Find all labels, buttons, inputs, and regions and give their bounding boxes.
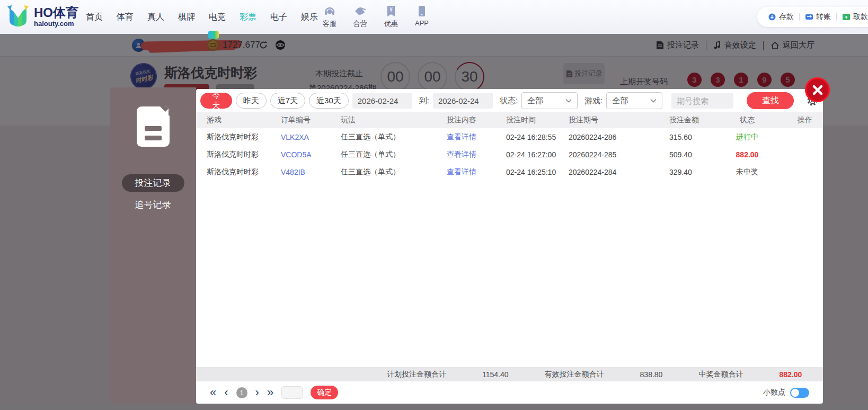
col-game: 游戏 [207,115,281,125]
table-row: 斯洛伐克时时彩 V482IB 任三直选（单式） 查看详情 02-24 16:25… [196,163,823,181]
close-modal-button[interactable] [805,77,830,102]
headset-icon [323,4,336,18]
col-issue: 投注期号 [569,115,666,125]
transfer-label: 转账 [816,12,831,22]
cell-time: 02-24 16:28:55 [506,133,569,141]
close-icon [812,84,823,96]
view-detail-link[interactable]: 查看详情 [447,150,506,159]
current-page-badge[interactable]: 1 [236,387,247,398]
partner-button[interactable]: 合营 [349,4,372,29]
handshake-icon [353,4,367,18]
deposit-label: 存款 [779,12,794,22]
lottery-nav-indicator [208,31,219,39]
logo-domain: haiouty.com [34,20,78,28]
customer-service-button[interactable]: 客服 [318,4,341,29]
game-label: 游戏: [584,96,603,106]
order-link[interactable]: V482IB [281,168,341,176]
win-total-value: 882.00 [779,370,802,379]
last-page-button[interactable]: » [267,387,273,398]
deposit-button[interactable]: 存款 [768,12,794,22]
date-to-input[interactable] [433,93,493,109]
view-detail-link[interactable]: 查看详情 [447,132,506,142]
col-action: 操作 [770,115,812,125]
chevron-down-icon [565,99,572,103]
deposit-icon [768,13,776,21]
prev-page-button[interactable]: ‹ [224,387,228,398]
filter-last30-button[interactable]: 近30天 [309,93,349,109]
issue-search-input[interactable] [671,93,733,109]
page-jump-input[interactable] [281,386,303,399]
sidebar-item-bet-records[interactable]: 投注记录 [122,174,184,192]
filter-yesterday-button[interactable]: 昨天 [236,93,267,109]
nav-cards[interactable]: 棋牌 [178,12,195,23]
cell-play: 任三直选（单式） [341,132,447,142]
next-page-button[interactable]: › [255,387,259,398]
nav-live[interactable]: 真人 [147,12,164,23]
pagination-bar: « ‹ 1 › » 确定 小数点 [196,381,823,404]
withdraw-label: 取款 [853,12,868,22]
status-select-value: 全部 [527,96,543,106]
filter-bar: 今天 昨天 近7天 近30天 到: 状态: 全部 游戏: 全部 查找 [196,89,823,112]
order-link[interactable]: VLK2XA [281,133,341,141]
filter-last7-button[interactable]: 近7天 [270,93,305,109]
table-row: 斯洛伐克时时彩 VCOD5A 任三直选（单式） 查看详情 02-24 16:27… [196,146,823,163]
site-logo[interactable]: HO体育 haiouty.com [6,4,78,29]
logo-icon [6,4,30,29]
cell-amount: 509.40 [666,150,724,159]
customer-service-label: 客服 [323,19,336,29]
app-download-button[interactable]: APP [410,4,433,29]
win-total-label: 中奖金额合计 [698,370,743,379]
logo-title: HO体育 [34,6,78,20]
app-label: APP [415,19,429,27]
sidebar-item-chase-records[interactable]: 追号记录 [135,199,171,211]
chevron-down-icon [650,99,657,103]
transfer-icon [805,13,813,21]
status-select[interactable]: 全部 [521,92,578,109]
promotions-label: 优惠 [384,19,398,29]
cell-game: 斯洛伐克时时彩 [207,150,281,159]
nav-slots[interactable]: 电子 [270,12,287,23]
find-button[interactable]: 查找 [747,92,794,109]
col-time: 投注时间 [506,115,569,125]
confirm-page-button[interactable]: 确定 [311,386,338,399]
cell-amount: 329.40 [666,168,724,176]
col-order: 订单编号 [281,115,341,125]
nav-sports[interactable]: 体育 [117,12,134,23]
cell-time: 02-24 16:25:10 [506,168,569,176]
cell-issue: 20260224-285 [569,150,666,159]
order-link[interactable]: VCOD5A [281,150,341,159]
withdraw-icon: ¥ [842,13,851,21]
cell-amount: 315.60 [666,133,724,141]
col-content: 投注内容 [447,115,506,125]
divider [836,13,837,21]
first-page-button[interactable]: « [210,387,216,398]
nav-home[interactable]: 首页 [86,12,103,23]
filter-today-button[interactable]: 今天 [200,93,232,109]
withdraw-button[interactable]: ¥ 取款 [842,12,868,22]
date-from-input[interactable] [352,93,412,109]
phone-icon [415,4,429,18]
nav-esports[interactable]: 电竞 [209,12,226,23]
svg-text:¥: ¥ [389,7,393,13]
col-play: 玩法 [341,115,447,125]
records-document-icon [137,106,170,147]
cell-play: 任三直选（单式） [341,150,447,159]
partner-label: 合营 [353,19,367,29]
transfer-button[interactable]: 转账 [805,12,831,22]
valid-total-label: 有效投注金额合计 [545,370,604,379]
wallet-pill: 存款 转账 ¥ 取款 [757,7,868,27]
nav-entertainment[interactable]: 娱乐 [301,12,318,23]
nav-lottery[interactable]: 彩票 [240,12,256,23]
quick-icons: 客服 合营 ¥ 优惠 APP [318,4,433,29]
table-row: 斯洛伐克时时彩 VLK2XA 任三直选（单式） 查看详情 02-24 16:28… [196,128,823,146]
records-modal-sidebar: 投注记录 追号记录 [110,87,196,404]
promotions-button[interactable]: ¥ 优惠 [379,4,403,29]
game-select[interactable]: 全部 [606,92,662,109]
col-status: 状态 [724,115,770,125]
decimal-toggle[interactable] [790,388,809,398]
col-amount: 投注金额 [666,115,724,125]
svg-text:¥: ¥ [845,15,848,20]
divider [799,13,800,21]
cell-issue: 20260224-284 [569,168,666,176]
view-detail-link[interactable]: 查看详情 [447,167,506,177]
